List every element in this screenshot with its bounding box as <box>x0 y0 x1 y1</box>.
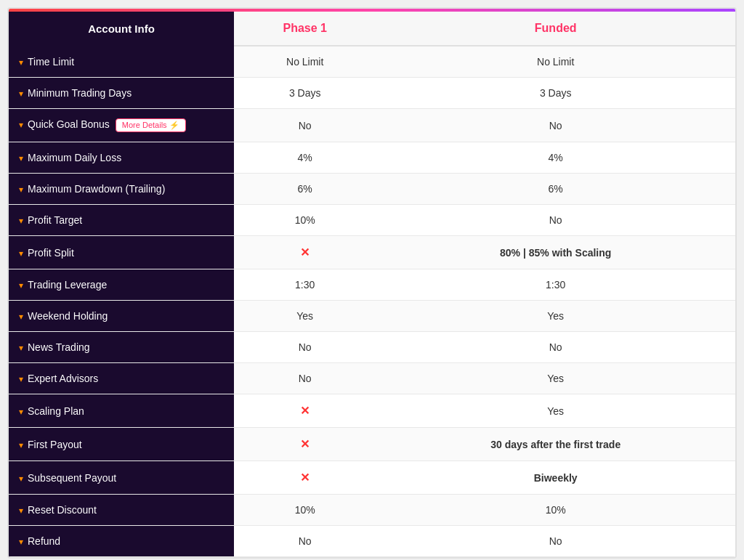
chevron-icon: ▾ <box>19 407 23 417</box>
row-label: ▾Expert Advisors <box>9 363 234 394</box>
chevron-icon: ▾ <box>19 89 23 99</box>
table-row: ▾Reset Discount10%10% <box>9 495 735 526</box>
funded-value: 10% <box>376 495 735 526</box>
row-label: ▾Quick Goal BonusMore Details ⚡ <box>9 109 234 142</box>
table-row: ▾Minimum Trading Days3 Days3 Days <box>9 78 735 109</box>
table-row: ▾News TradingNoNo <box>9 332 735 363</box>
label-text: Profit Split <box>28 247 74 259</box>
funded-value: No <box>376 526 735 557</box>
row-label: ▾Minimum Trading Days <box>9 78 234 109</box>
chevron-icon: ▾ <box>19 537 23 547</box>
table-row: ▾Time LimitNo LimitNo Limit <box>9 46 735 78</box>
table-row: ▾Maximum Drawdown (Trailing)6%6% <box>9 174 735 205</box>
phase1-value: 1:30 <box>234 269 376 301</box>
row-label: ▾News Trading <box>9 332 234 363</box>
label-text: Scaling Plan <box>28 405 84 417</box>
row-label: ▾Profit Split <box>9 236 234 269</box>
label-text: Reset Discount <box>28 504 97 516</box>
phase1-value: No <box>234 109 376 142</box>
phase1-value: No Limit <box>234 46 376 78</box>
phase1-value: No <box>234 332 376 363</box>
table-row: ▾Weekend HoldingYesYes <box>9 301 735 332</box>
phase1-value: ✕ <box>234 394 376 428</box>
funded-value: 80% | 85% with Scaling <box>376 236 735 269</box>
phase1-value: ✕ <box>234 236 376 269</box>
funded-value: 30 days after the first trade <box>376 428 735 461</box>
cross-icon: ✕ <box>300 438 310 450</box>
row-label: ▾Time Limit <box>9 46 234 78</box>
row-label: ▾Subsequent Payout <box>9 461 234 495</box>
funded-value: Yes <box>376 363 735 394</box>
cross-icon: ✕ <box>300 246 310 259</box>
row-label: ▾Refund <box>9 526 234 557</box>
chevron-icon: ▾ <box>19 506 23 516</box>
table-row: ▾Maximum Daily Loss4%4% <box>9 142 735 174</box>
label-text: Refund <box>28 535 60 547</box>
funded-value: 1:30 <box>376 269 735 301</box>
table-row: ▾Profit Target10%No <box>9 205 735 236</box>
funded-label: Funded <box>535 22 577 34</box>
chevron-icon: ▾ <box>19 248 23 259</box>
phase1-value: ✕ <box>234 428 376 461</box>
chevron-icon: ▾ <box>19 474 23 484</box>
chevron-icon: ▾ <box>19 216 23 226</box>
chevron-icon: ▾ <box>19 374 23 384</box>
phase1-value: 10% <box>234 495 376 526</box>
phase1-value: 4% <box>234 142 376 174</box>
cross-icon: ✕ <box>300 405 310 417</box>
col-account-info-header: Account Info <box>9 12 234 46</box>
phase1-value: Yes <box>234 301 376 332</box>
table-row: ▾Subsequent Payout✕Biweekly <box>9 461 735 495</box>
label-text: Maximum Drawdown (Trailing) <box>28 183 165 195</box>
label-text: News Trading <box>28 341 90 353</box>
chevron-icon: ▾ <box>19 57 23 68</box>
chevron-icon: ▾ <box>19 280 23 291</box>
label-text: Quick Goal Bonus <box>28 118 110 130</box>
chevron-icon: ▾ <box>19 153 23 163</box>
chevron-icon: ▾ <box>19 312 23 322</box>
label-text: Minimum Trading Days <box>28 87 132 99</box>
col-phase1-header: Phase 1 <box>234 12 376 46</box>
row-label: ▾First Payout <box>9 428 234 461</box>
phase1-value: ✕ <box>234 461 376 495</box>
funded-value: No <box>376 332 735 363</box>
funded-value: Biweekly <box>376 461 735 495</box>
funded-value: Yes <box>376 394 735 428</box>
row-label: ▾Reset Discount <box>9 495 234 526</box>
comparison-table: Account Info Phase 1 Funded ▾Time LimitN… <box>9 12 735 557</box>
row-label: ▾Maximum Drawdown (Trailing) <box>9 174 234 205</box>
funded-value: No <box>376 109 735 142</box>
phase1-value: 10% <box>234 205 376 236</box>
phase1-value: No <box>234 363 376 394</box>
table-row: ▾RefundNoNo <box>9 526 735 557</box>
label-text: Weekend Holding <box>28 310 108 322</box>
row-label: ▾Weekend Holding <box>9 301 234 332</box>
row-label: ▾Scaling Plan <box>9 394 234 428</box>
phase1-value: 6% <box>234 174 376 205</box>
phase1-value: No <box>234 526 376 557</box>
row-label: ▾Profit Target <box>9 205 234 236</box>
funded-value: 3 Days <box>376 78 735 109</box>
col-funded-header: Funded <box>376 12 735 46</box>
funded-value: Yes <box>376 301 735 332</box>
row-label: ▾Trading Leverage <box>9 269 234 301</box>
table-row: ▾Profit Split✕80% | 85% with Scaling <box>9 236 735 269</box>
label-text: Trading Leverage <box>28 279 107 291</box>
label-text: Maximum Daily Loss <box>28 152 121 163</box>
label-text: Profit Target <box>28 214 82 226</box>
funded-value: No Limit <box>376 46 735 78</box>
cross-icon: ✕ <box>300 471 310 484</box>
phase1-value: 3 Days <box>234 78 376 109</box>
chevron-icon: ▾ <box>19 184 23 195</box>
label-text: First Payout <box>28 439 82 450</box>
more-details-button[interactable]: More Details ⚡ <box>116 118 186 132</box>
label-text: Subsequent Payout <box>28 472 116 484</box>
funded-value: 4% <box>376 142 735 174</box>
label-text: Time Limit <box>28 56 74 68</box>
row-label: ▾Maximum Daily Loss <box>9 142 234 174</box>
chevron-icon: ▾ <box>19 120 23 130</box>
chevron-icon: ▾ <box>19 440 23 450</box>
table-row: ▾First Payout✕30 days after the first tr… <box>9 428 735 461</box>
table-row: ▾Expert AdvisorsNoYes <box>9 363 735 394</box>
comparison-table-wrapper: Account Info Phase 1 Funded ▾Time LimitN… <box>7 7 737 559</box>
